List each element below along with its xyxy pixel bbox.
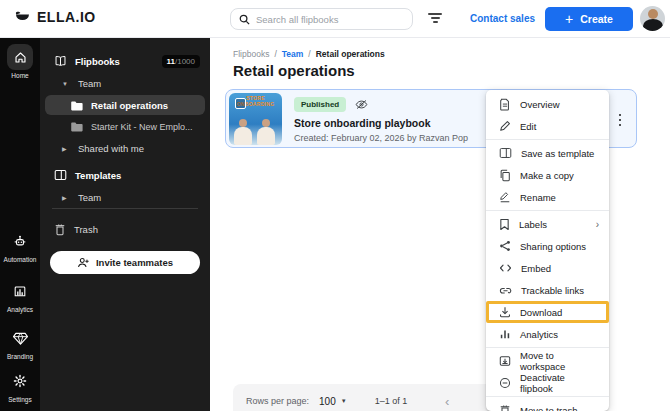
sidebar-item-retail-operations[interactable]: Retail operations — [45, 95, 205, 115]
create-button[interactable]: + Create — [545, 7, 633, 31]
person-add-icon — [77, 257, 90, 268]
flipbook-thumbnail[interactable]: STORE ONBOARDING — [229, 93, 282, 145]
rail-item-automation[interactable]: Automation — [0, 228, 40, 263]
menu-item-label: Move to workspace — [520, 350, 599, 372]
sidebar-item-templates-team[interactable]: ▶ Team — [40, 187, 210, 208]
logo[interactable]: ELLA.IO — [14, 9, 96, 25]
download-icon — [499, 306, 511, 318]
card-more-options-button[interactable] — [613, 111, 627, 129]
rail-label: Branding — [0, 353, 40, 360]
eye-off-icon — [355, 99, 368, 110]
menu-item-embed[interactable]: Embed — [486, 257, 609, 279]
chevron-right-icon: ▶ — [62, 194, 70, 201]
menu-item-label: Analytics — [520, 329, 558, 340]
icon-rail: Home Automation Analytics Branding Setti… — [0, 38, 40, 411]
rail-label: Automation — [0, 256, 40, 263]
breadcrumb-current: Retail operations — [316, 49, 385, 59]
previous-page-button[interactable]: ‹ — [437, 394, 457, 409]
flipbook-created-text: Created: February 02, 2026 by Razvan Pop — [294, 133, 468, 143]
trash-icon — [54, 223, 66, 236]
menu-divider — [486, 139, 609, 140]
menu-item-move-to-workspace[interactable]: Move to workspace — [486, 350, 609, 372]
menu-item-label: Embed — [521, 263, 551, 274]
search-bar[interactable] — [230, 8, 413, 30]
menu-item-label: Trackable links — [521, 285, 584, 296]
breadcrumb-separator: / — [308, 49, 310, 59]
sidebar-item-shared-with-me[interactable]: ▶ Shared with me — [40, 137, 210, 159]
sidebar-item-trash[interactable]: Trash — [40, 217, 210, 241]
menu-item-label: Move to trash — [520, 405, 578, 411]
folder-icon — [70, 121, 83, 132]
contact-sales-link[interactable]: Contact sales — [470, 13, 535, 24]
rail-item-branding[interactable]: Branding — [0, 325, 40, 360]
share-icon — [499, 240, 511, 252]
rail-label: Analytics — [0, 306, 40, 313]
breadcrumb-flipbooks[interactable]: Flipbooks — [233, 49, 269, 59]
card-checkbox[interactable] — [235, 98, 246, 109]
overview-icon — [499, 98, 511, 111]
branding-gem-icon — [13, 332, 28, 345]
flipbooks-label: Flipbooks — [75, 56, 120, 67]
menu-divider — [486, 210, 609, 211]
rows-per-page-label: Rows per page: — [246, 396, 309, 406]
deactivate-icon — [499, 377, 511, 389]
analytics-bars-icon — [499, 328, 511, 340]
top-bar: ELLA.IO Contact sales + Create — [0, 0, 670, 38]
chevron-down-icon: ▼ — [341, 398, 347, 404]
menu-item-save-as-template[interactable]: Save as template — [486, 142, 609, 164]
template-icon — [54, 169, 67, 181]
search-input[interactable] — [256, 14, 396, 25]
breadcrumb-team[interactable]: Team — [282, 49, 304, 59]
status-badge: Published — [294, 97, 346, 112]
submenu-chevron-icon: › — [596, 219, 599, 230]
label-bookmark-icon — [499, 218, 510, 231]
menu-item-trackable-links[interactable]: Trackable links — [486, 279, 609, 301]
breadcrumb: Flipbooks / Team / Retail operations — [233, 49, 385, 59]
breadcrumb-separator: / — [274, 49, 276, 59]
flipbooks-count-badge: 11/1000 — [162, 55, 201, 68]
sidebar: Flipbooks 11/1000 ▼ Team Retail operatio… — [40, 38, 210, 411]
menu-item-label: Save as template — [521, 148, 594, 159]
menu-item-label: Overview — [520, 99, 560, 110]
folder-icon — [70, 100, 83, 111]
filter-icon[interactable] — [428, 13, 443, 25]
menu-item-make-a-copy[interactable]: Make a copy — [486, 164, 609, 186]
settings-gear-icon — [13, 374, 27, 388]
menu-item-label: Deactivate flipbook — [520, 372, 599, 394]
menu-item-deactivate-flipbook[interactable]: Deactivate flipbook — [486, 372, 609, 394]
user-avatar[interactable] — [640, 6, 665, 31]
rows-per-page-select[interactable]: 100 ▼ — [319, 396, 347, 407]
menu-item-rename[interactable]: Rename — [486, 186, 609, 208]
sidebar-item-flipbooks[interactable]: Flipbooks 11/1000 — [40, 49, 210, 73]
sidebar-item-team[interactable]: ▼ Team — [40, 73, 210, 94]
menu-item-analytics[interactable]: Analytics — [486, 323, 609, 345]
rail-item-settings[interactable]: Settings — [0, 368, 40, 403]
invite-teammates-button[interactable]: Invite teammates — [50, 251, 200, 274]
templates-team-label: Team — [78, 192, 101, 203]
page-title: Retail operations — [233, 62, 355, 79]
rail-item-analytics[interactable]: Analytics — [0, 278, 40, 313]
menu-item-edit[interactable]: Edit — [486, 115, 609, 137]
menu-item-overview[interactable]: Overview — [486, 93, 609, 115]
menu-item-move-to-trash[interactable]: Move to trash — [486, 399, 609, 411]
menu-item-labels[interactable]: Labels › — [486, 213, 609, 235]
menu-item-label: Sharing options — [520, 241, 586, 252]
plus-icon: + — [565, 11, 573, 27]
create-button-label: Create — [580, 13, 613, 25]
thumbnail-person — [256, 119, 276, 145]
menu-item-label: Make a copy — [520, 170, 574, 181]
sidebar-item-starter-kit[interactable]: Starter Kit - New Emplo... — [40, 116, 210, 137]
menu-item-label: Download — [520, 307, 562, 318]
sidebar-item-templates[interactable]: Templates — [40, 163, 210, 187]
copy-icon — [499, 169, 511, 182]
rail-item-home[interactable]: Home — [0, 44, 40, 79]
flipbook-title: Store onboarding playbook — [294, 117, 468, 129]
embed-code-icon — [499, 263, 512, 273]
thumbnail-person — [233, 119, 253, 145]
chevron-right-icon: ▶ — [62, 145, 70, 152]
menu-item-sharing-options[interactable]: Sharing options — [486, 235, 609, 257]
trash-icon — [499, 404, 511, 411]
trash-label: Trash — [74, 224, 98, 235]
pagination-range: 1–1 of 1 — [375, 396, 408, 406]
menu-item-download[interactable]: Download — [486, 301, 609, 323]
